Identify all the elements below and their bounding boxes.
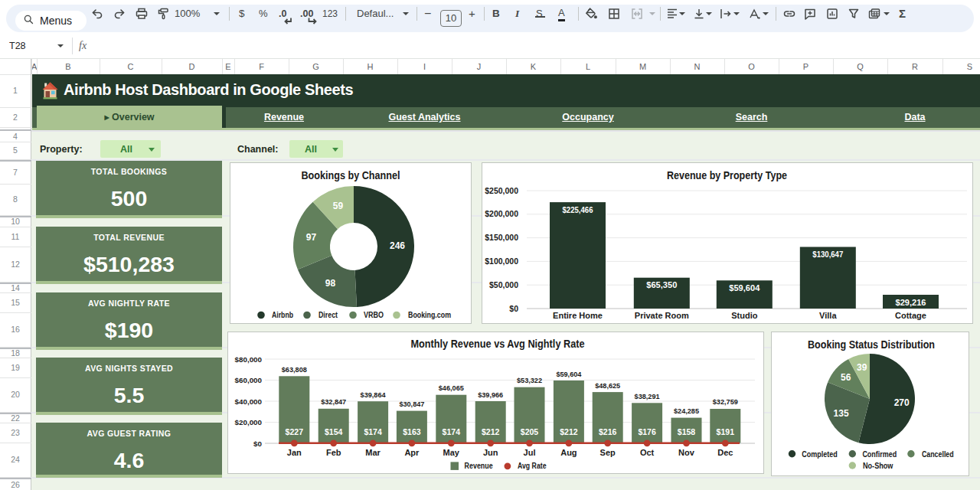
svg-text:$59,604: $59,604 xyxy=(729,284,760,292)
svg-text:56: 56 xyxy=(841,372,851,383)
svg-text:Revenue: Revenue xyxy=(465,462,493,470)
svg-text:$150,000: $150,000 xyxy=(485,233,518,242)
svg-text:Aug: Aug xyxy=(560,448,577,457)
svg-text:$39,966: $39,966 xyxy=(478,390,503,399)
svg-text:Nov: Nov xyxy=(678,448,695,457)
svg-text:$227: $227 xyxy=(286,427,304,436)
svg-text:$40,000: $40,000 xyxy=(235,397,263,406)
svg-text:$60,000: $60,000 xyxy=(235,376,263,384)
svg-text:$59,604: $59,604 xyxy=(556,370,582,378)
svg-text:$212: $212 xyxy=(482,427,500,436)
svg-text:$0: $0 xyxy=(253,439,262,448)
svg-text:$32,847: $32,847 xyxy=(321,397,346,406)
svg-text:Bookings by Channel: Bookings by Channel xyxy=(302,169,400,181)
svg-text:Entire Home: Entire Home xyxy=(553,311,603,320)
svg-text:Confirmed: Confirmed xyxy=(862,449,897,459)
svg-text:$225,466: $225,466 xyxy=(563,206,593,214)
svg-text:$46,065: $46,065 xyxy=(439,384,465,392)
svg-text:$216: $216 xyxy=(599,427,617,436)
svg-text:$20,000: $20,000 xyxy=(235,418,263,426)
svg-text:Private Room: Private Room xyxy=(635,311,689,320)
svg-text:Villa: Villa xyxy=(819,311,837,320)
svg-text:$0: $0 xyxy=(509,304,518,313)
svg-text:$65,350: $65,350 xyxy=(646,281,677,289)
svg-text:Airbnb: Airbnb xyxy=(272,311,293,319)
svg-text:Monthly Revenue vs Avg Nightly: Monthly Revenue vs Avg Nightly Rate xyxy=(411,338,585,350)
svg-text:$200,000: $200,000 xyxy=(485,209,518,218)
svg-text:VRBO: VRBO xyxy=(364,311,384,319)
svg-text:$29,216: $29,216 xyxy=(896,299,926,307)
svg-text:$174: $174 xyxy=(364,427,382,436)
svg-text:Dec: Dec xyxy=(717,448,733,457)
svg-text:$48,625: $48,625 xyxy=(595,381,621,390)
svg-text:$163: $163 xyxy=(403,427,421,436)
svg-text:Jun: Jun xyxy=(483,448,498,457)
svg-text:Cottage: Cottage xyxy=(895,311,926,320)
svg-text:$38,291: $38,291 xyxy=(635,392,661,400)
svg-text:$39,864: $39,864 xyxy=(361,390,387,399)
svg-text:$63,808: $63,808 xyxy=(282,365,307,374)
svg-text:270: 270 xyxy=(894,397,910,408)
svg-text:Booking Status Distribution: Booking Status Distribution xyxy=(808,338,935,351)
svg-text:May: May xyxy=(443,448,460,457)
svg-text:Apr: Apr xyxy=(404,448,420,457)
svg-text:$53,322: $53,322 xyxy=(517,376,542,384)
svg-text:$158: $158 xyxy=(678,427,696,436)
svg-text:Jan: Jan xyxy=(287,448,302,457)
svg-text:$80,000: $80,000 xyxy=(235,355,263,364)
svg-text:$24,285: $24,285 xyxy=(674,407,700,415)
svg-text:Revenue by Property Type: Revenue by Property Type xyxy=(667,169,787,181)
svg-text:135: 135 xyxy=(834,408,849,419)
svg-text:$191: $191 xyxy=(717,427,735,436)
svg-text:Cancelled: Cancelled xyxy=(922,449,954,459)
svg-text:Mar: Mar xyxy=(365,448,381,457)
svg-text:$154: $154 xyxy=(325,427,343,436)
svg-text:Direct: Direct xyxy=(318,311,338,319)
svg-text:246: 246 xyxy=(390,240,405,251)
svg-text:Feb: Feb xyxy=(326,448,341,457)
svg-text:Oct: Oct xyxy=(640,448,655,457)
svg-text:$205: $205 xyxy=(521,427,539,436)
svg-text:$174: $174 xyxy=(443,427,461,436)
svg-text:No-Show: No-Show xyxy=(863,461,893,470)
svg-text:$212: $212 xyxy=(560,427,578,436)
svg-text:39: 39 xyxy=(857,362,867,373)
svg-text:$250,000: $250,000 xyxy=(485,186,518,195)
svg-text:$176: $176 xyxy=(638,427,656,436)
svg-text:$100,000: $100,000 xyxy=(485,256,518,266)
svg-text:Studio: Studio xyxy=(731,311,757,320)
svg-text:$130,647: $130,647 xyxy=(812,250,843,259)
svg-text:Booking.com: Booking.com xyxy=(408,311,451,319)
svg-text:59: 59 xyxy=(333,201,344,211)
svg-text:Completed: Completed xyxy=(802,449,838,459)
svg-text:98: 98 xyxy=(325,278,336,289)
svg-text:Avg Rate: Avg Rate xyxy=(518,462,547,470)
svg-text:$32,759: $32,759 xyxy=(713,397,738,406)
svg-text:Sep: Sep xyxy=(600,448,616,457)
svg-text:$50,000: $50,000 xyxy=(489,280,518,289)
svg-text:97: 97 xyxy=(306,232,317,243)
svg-text:Jul: Jul xyxy=(524,448,536,457)
svg-text:$30,847: $30,847 xyxy=(399,400,424,408)
